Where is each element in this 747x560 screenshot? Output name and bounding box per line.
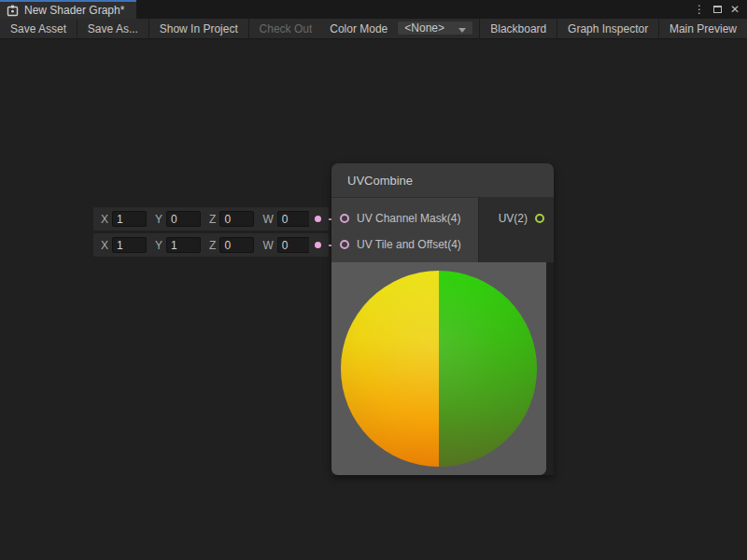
graph-canvas[interactable]: X Y Z W X Y Z W UVCom [0, 39, 747, 560]
check-out-button: Check Out [249, 19, 323, 38]
tab-title: New Shader Graph* [24, 4, 124, 17]
field-label-y: Y [155, 213, 162, 226]
field-label-z: Z [209, 213, 216, 226]
title-bar: New Shader Graph* ⋮ ✕ [0, 0, 747, 19]
output-port-row: UV(2) [479, 205, 554, 231]
color-mode-value: <None> [404, 21, 444, 35]
save-asset-button[interactable]: Save Asset [0, 19, 77, 38]
input-port-label: UV Channel Mask(4) [357, 212, 460, 225]
node-header[interactable]: UVCombine [331, 163, 554, 198]
vector4-2-w-field[interactable] [277, 237, 312, 253]
vector4-editor-row-1: X Y Z W [93, 207, 319, 231]
node-body: UV Channel Mask(4) UV Tile and Offset(4)… [331, 198, 554, 262]
vector4-1-port-dot[interactable] [315, 216, 321, 222]
main-preview-toggle-button[interactable]: Main Preview [659, 19, 747, 38]
vector4-1-y-field[interactable] [166, 211, 201, 227]
vector4-editor-row-2: X Y Z W [93, 233, 319, 257]
field-label-z: Z [209, 239, 216, 252]
show-in-project-button[interactable]: Show In Project [149, 19, 248, 38]
field-label-x: X [101, 239, 108, 252]
input-port-uv-channel-mask[interactable] [340, 214, 349, 223]
field-label-x: X [101, 213, 108, 226]
node-preview [331, 262, 546, 475]
field-label-w: W [262, 213, 273, 226]
toolbar: Save Asset Save As... Show In Project Ch… [0, 19, 747, 39]
vector4-1-connector [309, 207, 329, 231]
vector4-1-z-field[interactable] [219, 211, 254, 227]
preview-sphere [341, 271, 537, 467]
input-port-row: UV Channel Mask(4) [331, 205, 478, 231]
output-port-label: UV(2) [499, 212, 528, 225]
maximize-icon[interactable] [711, 2, 724, 17]
vector4-2-y-field[interactable] [166, 237, 201, 253]
maximize-box [713, 6, 722, 13]
vector4-2-port-dot[interactable] [315, 242, 321, 248]
input-port-row: UV Tile and Offset(4) [331, 231, 478, 258]
vector4-2-z-field[interactable] [219, 237, 254, 253]
vector4-1-x-field[interactable] [112, 211, 147, 227]
shader-graph-icon [7, 5, 19, 17]
vector4-2-x-field[interactable] [112, 237, 147, 253]
input-port-uv-tile-offset[interactable] [340, 240, 349, 249]
kebab-menu-icon[interactable]: ⋮ [693, 2, 706, 17]
color-mode-dropdown[interactable]: <None> [397, 21, 473, 35]
node-output-section: UV(2) [478, 198, 554, 262]
blackboard-toggle-button[interactable]: Blackboard [480, 19, 557, 38]
output-port-uv[interactable] [535, 214, 544, 223]
vector4-1-w-field[interactable] [277, 211, 312, 227]
uvcombine-node[interactable]: UVCombine UV Channel Mask(4) UV Tile and… [331, 163, 554, 475]
graph-inspector-toggle-button[interactable]: Graph Inspector [557, 19, 658, 38]
field-label-w: W [262, 239, 273, 252]
field-label-y: Y [155, 239, 162, 252]
vector4-2-connector [309, 233, 329, 257]
color-mode-label: Color Mode [322, 19, 397, 38]
shader-graph-window: New Shader Graph* ⋮ ✕ Save Asset Save As… [0, 0, 747, 560]
node-title: UVCombine [347, 174, 413, 188]
close-icon[interactable]: ✕ [728, 2, 741, 17]
tab-new-shader-graph[interactable]: New Shader Graph* [0, 0, 136, 19]
input-port-label: UV Tile and Offset(4) [357, 238, 461, 251]
sphere-shading-overlay [341, 271, 537, 467]
node-input-section: UV Channel Mask(4) UV Tile and Offset(4) [331, 198, 478, 262]
window-controls: ⋮ ✕ [693, 0, 747, 19]
dropdown-arrow-icon [458, 28, 466, 33]
save-as-button[interactable]: Save As... [78, 19, 148, 38]
